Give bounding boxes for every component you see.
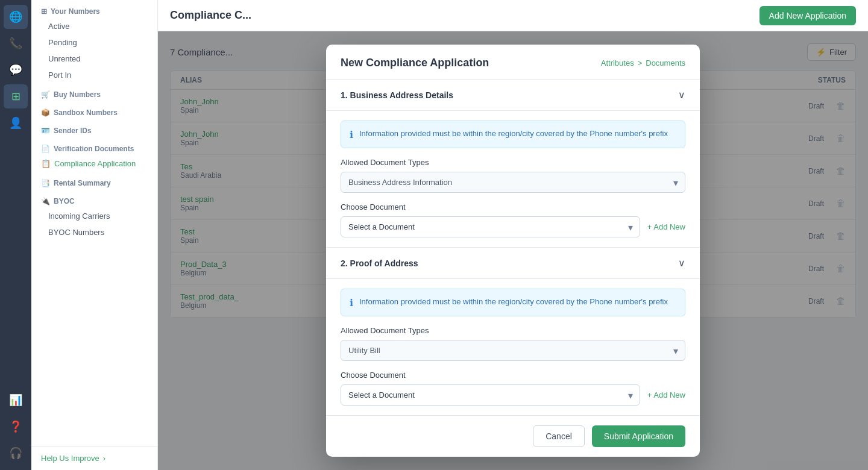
section1-choose-doc-wrapper: Select a Document ▾ — [341, 216, 640, 237]
sidebar-item-port-in[interactable]: Port In — [31, 67, 157, 83]
submit-application-button[interactable]: Submit Application — [592, 425, 685, 447]
doc-icon: 📄 — [41, 145, 50, 153]
sidebar-item-pending[interactable]: Pending — [31, 34, 157, 51]
modal-body: 1. Business Address Details ∨ ℹ Informat… — [326, 80, 700, 415]
section1-content: ℹ Information provided must be within th… — [326, 111, 700, 247]
section1-info-text: Information provided must be within the … — [359, 128, 668, 139]
section1-choose-doc-row: Select a Document ▾ + Add New — [341, 216, 685, 237]
modal-title: New Compliance Application — [341, 57, 489, 69]
byoc-icon: 🔌 — [41, 197, 50, 205]
phone-icon-item[interactable]: 📞 — [4, 31, 28, 55]
section2-info-text: Information provided must be within the … — [359, 296, 668, 307]
section1-add-new-link[interactable]: + Add New — [647, 222, 685, 231]
info-circle-icon: ℹ — [350, 297, 353, 309]
sidebar-byoc[interactable]: 🔌 BYOC — [31, 190, 157, 208]
sidebar-buy-numbers[interactable]: 🛒 Buy Numbers — [31, 83, 157, 101]
section2-add-new-link[interactable]: + Add New — [647, 390, 685, 400]
cancel-button[interactable]: Cancel — [533, 425, 585, 447]
section2-chevron-icon: ∨ — [678, 257, 685, 269]
sidebar-item-active[interactable]: Active — [31, 18, 157, 34]
id-icon: 🪪 — [41, 127, 50, 135]
info-circle-icon: ℹ — [350, 129, 353, 140]
sidebar-item-incoming-carriers[interactable]: Incoming Carriers — [31, 208, 157, 224]
reports-icon-item[interactable]: 📊 — [4, 388, 28, 412]
chevron-right-icon: › — [103, 454, 105, 463]
modal-overlay: New Compliance Application Attributes > … — [158, 31, 868, 470]
section1-info-box: ℹ Information provided must be within th… — [341, 121, 685, 148]
section2-choose-doc-wrapper: Select a Document ▾ — [341, 384, 640, 406]
sidebar-sender-ids[interactable]: 🪪 Sender IDs — [31, 119, 157, 137]
sidebar: ⊞ Your Numbers Active Pending Unrented P… — [31, 0, 158, 470]
sidebar-compliance-application[interactable]: 📋 Compliance Application — [31, 155, 157, 172]
sidebar-verification-docs[interactable]: 📄 Verification Documents — [31, 137, 157, 155]
content-area: 7 Compliance... ⚡ Filter Alias Status Jo… — [158, 31, 868, 470]
globe-icon-item[interactable]: 🌐 — [4, 5, 28, 29]
section1-title: 1. Business Address Details — [341, 90, 453, 100]
section1-choose-doc-label: Choose Document — [341, 202, 685, 212]
sidebar-item-unrented[interactable]: Unrented — [31, 51, 157, 67]
chat-icon-item[interactable]: 💬 — [4, 58, 28, 82]
section2-allowed-doc-select[interactable]: Utility Bill — [341, 340, 685, 361]
support-icon-item[interactable]: 🎧 — [4, 441, 28, 465]
section1-choose-doc-select[interactable]: Select a Document — [341, 216, 640, 237]
section1-allowed-doc-label: Allowed Document Types — [341, 158, 685, 167]
section2-choose-doc-select[interactable]: Select a Document — [341, 384, 640, 406]
section2-header[interactable]: 2. Proof of Address ∨ — [326, 248, 700, 279]
breadcrumb-documents[interactable]: Documents — [646, 58, 685, 67]
summary-icon: 📑 — [41, 179, 50, 187]
help-us-improve[interactable]: Help Us Improve › — [31, 446, 157, 470]
chevron-right-icon: > — [638, 58, 643, 67]
section1-header[interactable]: 1. Business Address Details ∨ — [326, 80, 700, 111]
section2-title: 2. Proof of Address — [341, 258, 418, 268]
help-icon-item[interactable]: ❓ — [4, 415, 28, 439]
modal-header: New Compliance Application Attributes > … — [326, 45, 700, 80]
section2-allowed-doc-wrapper: Utility Bill ▾ — [341, 340, 685, 361]
grid-icon: ⊞ — [41, 7, 47, 16]
breadcrumb: Attributes > Documents — [601, 58, 685, 67]
section2-allowed-doc-label: Allowed Document Types — [341, 326, 685, 335]
topbar: Compliance C... Add New Application — [158, 0, 868, 31]
modal-footer: Cancel Submit Application — [326, 415, 700, 457]
section2-choose-doc-row: Select a Document ▾ + Add New — [341, 384, 685, 406]
grid-icon-item[interactable]: ⊞ — [4, 84, 28, 108]
section1-chevron-icon: ∨ — [678, 89, 685, 101]
compliance-modal: New Compliance Application Attributes > … — [326, 45, 700, 457]
cart-icon: 🛒 — [41, 90, 50, 99]
sidebar-item-byoc-numbers[interactable]: BYOC Numbers — [31, 224, 157, 240]
add-new-application-button[interactable]: Add New Application — [760, 6, 856, 25]
section1-allowed-doc-select[interactable]: Business Address Information — [341, 172, 685, 193]
section2-choose-doc-label: Choose Document — [341, 371, 685, 380]
sidebar-sandbox-numbers[interactable]: 📦 Sandbox Numbers — [31, 101, 157, 119]
sidebar-your-numbers: ⊞ Your Numbers — [31, 0, 157, 18]
compliance-icon: 📋 — [41, 159, 51, 168]
breadcrumb-attributes[interactable]: Attributes — [601, 58, 634, 67]
contacts-icon-item[interactable]: 👤 — [4, 111, 28, 135]
icon-bar: 🌐 📞 💬 ⊞ 👤 📊 ❓ 🎧 — [0, 0, 31, 470]
sandbox-icon: 📦 — [41, 108, 50, 117]
section2-content: ℹ Information provided must be within th… — [326, 279, 700, 415]
sidebar-rental-summary[interactable]: 📑 Rental Summary — [31, 172, 157, 190]
section1-allowed-doc-wrapper: Business Address Information ▾ — [341, 172, 685, 193]
section2-info-box: ℹ Information provided must be within th… — [341, 289, 685, 316]
page-title: Compliance C... — [170, 9, 251, 22]
main-content: Compliance C... Add New Application 7 Co… — [158, 0, 868, 470]
